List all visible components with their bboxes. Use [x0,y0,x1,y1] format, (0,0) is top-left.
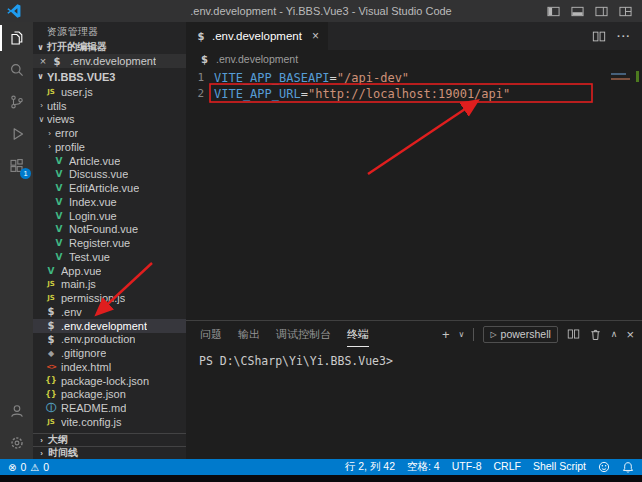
tree-item-main-js[interactable]: JSmain.js [33,278,186,292]
toggle-panel-icon[interactable] [571,6,584,17]
tree-item-label: views [47,113,75,125]
project-root-header[interactable]: ∨ YI.BBS.VUE3 [33,68,186,85]
kill-terminal-trash-icon[interactable] [589,328,602,341]
activity-item-explorer[interactable] [0,22,33,54]
activity-item-run-debug[interactable] [0,118,33,150]
customize-layout-icon[interactable] [619,6,632,17]
warning-icon: ⚠ [30,462,39,473]
tree-item-env[interactable]: $.env [33,305,186,319]
panel-tab-debug-console[interactable]: 调试控制台 [276,322,331,347]
tree-item-views[interactable]: ∨views [33,113,186,127]
tree-item-package-lock-json[interactable]: {}package-lock.json [33,374,186,388]
panel-tab-problems[interactable]: 问题 [200,322,222,347]
activity-item-source-control[interactable] [0,86,33,118]
close-icon[interactable]: × [38,56,48,66]
problems-status[interactable]: ⊗ 0 ⚠ 0 [8,461,49,473]
tree-item-register-vue[interactable]: VRegister.vue [33,236,186,250]
tree-item-login-vue[interactable]: VLogin.vue [33,209,186,223]
env-file-icon: $ [45,306,57,317]
status-item-language-mode[interactable]: Shell Script [533,460,586,474]
tree-item-label: Article.vue [69,155,120,167]
divider [473,328,474,341]
tree-item-gitignore[interactable]: ◆.gitignore [33,346,186,360]
editor-tab-env-development[interactable]: $ .env.development × [186,22,328,50]
tree-item-env-production[interactable]: $.env.production [33,333,186,347]
activity-item-search[interactable] [0,54,33,86]
chevron-down-icon: ∨ [36,43,45,52]
code-editor[interactable]: 1VITE_APP_BASEAPI="/api-dev"2VITE_APP_UR… [186,68,642,320]
outline-section-header[interactable]: › 大纲 [33,433,186,446]
extensions-badge: 1 [20,168,31,179]
notifications-bell-icon[interactable] [622,461,634,474]
window-title: .env.development - Yi.BBS.Vue3 - Visual … [0,5,642,17]
status-item-cursor-position[interactable]: 行 2, 列 42 [345,460,395,474]
status-item-encoding[interactable]: UTF-8 [452,460,482,474]
chevron-right-icon: › [45,129,54,138]
new-terminal-icon[interactable]: + [442,328,450,341]
tree-item-label: Register.vue [69,237,130,249]
tree-item-permission-js[interactable]: JSpermission.js [33,291,186,305]
activity-item-account[interactable] [0,395,33,427]
split-editor-icon[interactable] [592,30,606,43]
activity-bar: 1 [0,22,33,459]
env-file-icon: $ [195,31,207,42]
tree-item-label: .gitignore [61,347,106,359]
timeline-section-header[interactable]: › 时间线 [33,446,186,459]
open-editor-item[interactable]: × $ .env.development [33,54,186,68]
source-control-icon [9,94,25,110]
sidebar-bottom-sections: › 大纲 › 时间线 [33,433,186,459]
tree-item-user-js[interactable]: JSuser.js [33,85,186,99]
tree-item-index-html[interactable]: <>index.html [33,360,186,374]
toggle-sidebar-icon[interactable] [547,6,560,17]
panel-tab-terminal[interactable]: 终端 [347,322,369,347]
status-right: 行 2, 列 42空格: 4UTF-8CRLFShell Script [345,460,634,474]
feedback-smiley-icon[interactable] [598,461,610,473]
close-panel-icon[interactable]: × [626,328,634,341]
chevron-right-icon: › [37,436,46,445]
overview-ruler-mark [636,71,639,82]
split-terminal-icon[interactable] [567,328,580,340]
tree-item-article-vue[interactable]: VArticle.vue [33,154,186,168]
vscode-window: .env.development - Yi.BBS.Vue3 - Visual … [0,0,642,482]
tree-item-app-vue[interactable]: VApp.vue [33,264,186,278]
project-root-label: YI.BBS.VUE3 [47,71,115,83]
tree-item-discuss-vue[interactable]: VDiscuss.vue [33,168,186,182]
activity-item-extensions[interactable]: 1 [0,150,33,182]
layout-controls [547,6,632,17]
activity-item-settings[interactable] [0,427,33,459]
status-item-indentation[interactable]: 空格: 4 [407,460,440,474]
code-line-1: 1VITE_APP_BASEAPI="/api-dev" [186,70,642,86]
terminal-prompt: PS D:\CSharp\Yi\Yi.BBS.Vue3> [199,354,393,368]
tree-item-error[interactable]: ›error [33,126,186,140]
files-icon [9,30,25,46]
panel-tab-output[interactable]: 输出 [238,322,260,347]
terminal-shell-selector[interactable]: ▷ powershell [483,326,557,343]
breadcrumb[interactable]: $ .env.development [186,50,642,68]
open-editors-header[interactable]: ∨ 打开的编辑器 [33,40,186,54]
tree-item-label: EditArticle.vue [69,182,139,194]
tree-item-package-json[interactable]: {}package.json [33,388,186,402]
tree-item-profile[interactable]: ›profile [33,140,186,154]
html-file-icon: <> [45,363,57,371]
toggle-secondary-sidebar-icon[interactable] [595,6,608,17]
tree-item-label: vite.config.js [61,416,122,428]
tree-item-utils[interactable]: ›utils [33,99,186,113]
panel-header: 问题输出调试控制台终端 + ∨ ▷ powershell [186,321,642,347]
terminal-profile-dropdown-icon[interactable]: ∨ [459,330,465,339]
tree-item-env-development[interactable]: $.env.development [33,319,186,333]
terminal-content[interactable]: PS D:\CSharp\Yi\Yi.BBS.Vue3> [186,347,642,459]
tree-item-vite-config-js[interactable]: JSvite.config.js [33,415,186,429]
more-actions-icon[interactable]: ··· [617,30,631,42]
timeline-label: 时间线 [48,446,78,459]
tree-item-test-vue[interactable]: VTest.vue [33,250,186,264]
maximize-panel-icon[interactable]: ∧ [611,329,618,339]
tree-item-index-vue[interactable]: VIndex.vue [33,195,186,209]
tree-item-notfound-vue[interactable]: VNotFound.vue [33,223,186,237]
status-item-eol[interactable]: CRLF [493,460,520,474]
open-editors-label: 打开的编辑器 [47,40,107,54]
tree-item-label: profile [55,141,85,153]
tree-item-readme-md[interactable]: ⓘREADME.md [33,401,186,415]
tree-item-editarticle-vue[interactable]: VEditArticle.vue [33,181,186,195]
minimap-line-mark [611,78,630,80]
close-icon[interactable]: × [312,29,319,43]
